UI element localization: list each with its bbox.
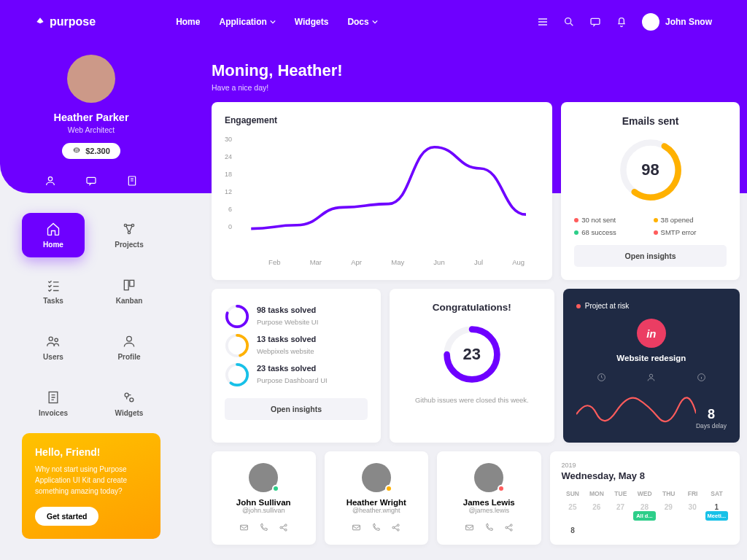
sidebar-users[interactable]: Users xyxy=(22,325,85,370)
svg-point-2 xyxy=(74,148,80,150)
person-handle: @james.lewis xyxy=(446,507,533,514)
chat-icon[interactable] xyxy=(589,16,601,28)
mail-icon[interactable] xyxy=(465,523,474,532)
svg-rect-1 xyxy=(591,18,600,24)
chevron-down-icon xyxy=(270,19,276,25)
share-icon[interactable] xyxy=(504,523,514,532)
calendar-day[interactable]: 1Meeti... xyxy=(705,503,728,521)
svg-point-0 xyxy=(565,18,571,24)
menu-icon[interactable] xyxy=(537,16,549,28)
person-handle: @john.sullivan xyxy=(220,507,307,514)
nav-application[interactable]: Application xyxy=(219,17,275,27)
info-icon[interactable] xyxy=(697,373,706,382)
nav-docs[interactable]: Docs xyxy=(347,17,377,27)
chevron-down-icon xyxy=(372,19,378,25)
nav-widgets[interactable]: Widgets xyxy=(295,17,329,27)
share-icon[interactable] xyxy=(279,523,288,532)
svg-point-8 xyxy=(128,231,130,233)
calendar-card: 2019 Wednesday, May 8 SUNMONTUEWEDTHUFRI… xyxy=(550,451,740,545)
phone-icon[interactable] xyxy=(484,523,494,532)
risk-name: Website redesign xyxy=(576,354,727,362)
emails-card: Emails sent 98 30 not sent38 opened68 su… xyxy=(561,102,740,280)
brand-logo[interactable]: purpose xyxy=(35,15,96,28)
calendar-day[interactable]: 28All d... xyxy=(633,503,656,521)
task-item[interactable]: 23 tasks solvedPurpose Dashboard UI xyxy=(225,360,368,389)
phone-icon[interactable] xyxy=(371,523,381,532)
email-stat: 68 success xyxy=(574,228,647,236)
calendar-day[interactable] xyxy=(681,526,704,534)
sidebar-widgets[interactable]: Widgets xyxy=(98,381,160,426)
calendar-day[interactable] xyxy=(657,526,680,534)
calendar-day[interactable]: 27 xyxy=(609,503,632,521)
calendar-day[interactable] xyxy=(585,526,608,534)
document-icon[interactable] xyxy=(126,175,138,187)
brand-name: purpose xyxy=(50,15,96,28)
calendar-day[interactable] xyxy=(609,526,632,534)
avatar xyxy=(642,13,659,31)
congrats-card: Congratulations! 23 Github issues were c… xyxy=(390,289,554,443)
calendar-day[interactable]: 29 xyxy=(657,503,680,521)
svg-rect-34 xyxy=(353,525,360,530)
mail-icon[interactable] xyxy=(239,523,249,532)
risk-sparkline xyxy=(576,389,696,429)
calendar-date: Wednesday, May 8 xyxy=(562,470,729,481)
invoices-icon xyxy=(46,390,61,405)
emails-insights-button[interactable]: Open insights xyxy=(574,245,727,267)
calendar-day[interactable] xyxy=(633,526,656,534)
mail-icon[interactable] xyxy=(352,523,361,532)
email-stat: 30 not sent xyxy=(574,216,647,224)
calendar-year: 2019 xyxy=(562,462,729,469)
calendar-day[interactable]: 8 xyxy=(562,526,584,534)
phone-icon[interactable] xyxy=(259,523,268,532)
projects-icon xyxy=(122,222,136,236)
sidebar-projects[interactable]: Projects xyxy=(98,213,160,257)
nav-home[interactable]: Home xyxy=(176,17,200,27)
svg-rect-10 xyxy=(130,280,134,286)
svg-point-11 xyxy=(49,337,53,341)
avatar[interactable] xyxy=(362,463,391,492)
search-icon[interactable] xyxy=(563,16,575,28)
svg-point-13 xyxy=(127,336,132,341)
risk-card: Project at risk in Website redesign 8 Da… xyxy=(563,289,740,443)
get-started-button[interactable]: Get started xyxy=(35,507,98,526)
congrats-sub: Github issues were closed this week. xyxy=(403,396,541,404)
engagement-card: Engagement 3024181260 FebMarAprMayJunJul… xyxy=(212,102,552,280)
emails-title: Emails sent xyxy=(574,115,727,127)
user-icon[interactable] xyxy=(646,373,656,382)
avatar[interactable] xyxy=(249,463,278,492)
person-name: Heather Wright xyxy=(333,498,420,507)
person-name: James Lewis xyxy=(446,498,533,507)
message-icon[interactable] xyxy=(85,175,97,187)
user-name: John Snow xyxy=(665,17,712,27)
avatar[interactable] xyxy=(474,463,503,492)
calendar-day[interactable]: 26 xyxy=(585,503,608,521)
sidebar-profile[interactable]: Profile xyxy=(98,325,160,370)
svg-point-12 xyxy=(55,338,58,341)
user-menu[interactable]: John Snow xyxy=(642,13,712,31)
sidebar-home[interactable]: Home xyxy=(22,213,85,257)
bell-icon[interactable] xyxy=(616,16,627,28)
emails-value: 98 xyxy=(616,136,685,204)
person-card: James Lewis@james.lewis xyxy=(437,451,541,545)
clock-icon[interactable] xyxy=(597,373,606,382)
calendar-day[interactable] xyxy=(705,526,728,534)
share-icon[interactable] xyxy=(391,523,400,532)
task-item[interactable]: 13 tasks solvedWebpixels website xyxy=(225,331,368,360)
calendar-day[interactable]: 30 xyxy=(681,503,704,521)
profile-avatar[interactable] xyxy=(67,55,115,103)
delay-label: Days delay xyxy=(696,422,727,429)
congrats-value: 23 xyxy=(441,323,503,386)
task-item[interactable]: 98 tasks solvedPurpose Website UI xyxy=(225,302,368,331)
svg-rect-30 xyxy=(240,525,247,530)
sidebar-kanban[interactable]: Kanban xyxy=(98,269,160,314)
svg-point-16 xyxy=(130,398,133,402)
sidebar-tasks[interactable]: Tasks xyxy=(22,269,85,314)
delay-count: 8 xyxy=(696,407,727,422)
svg-rect-4 xyxy=(87,177,96,183)
calendar-day[interactable]: 25 xyxy=(562,503,584,521)
wallet-chip[interactable]: $2.300 xyxy=(62,143,120,159)
user-icon[interactable] xyxy=(44,175,56,187)
tasks-insights-button[interactable]: Open insights xyxy=(225,398,368,420)
sidebar-invoices[interactable]: Invoices xyxy=(22,381,85,426)
logo-icon xyxy=(35,17,45,27)
